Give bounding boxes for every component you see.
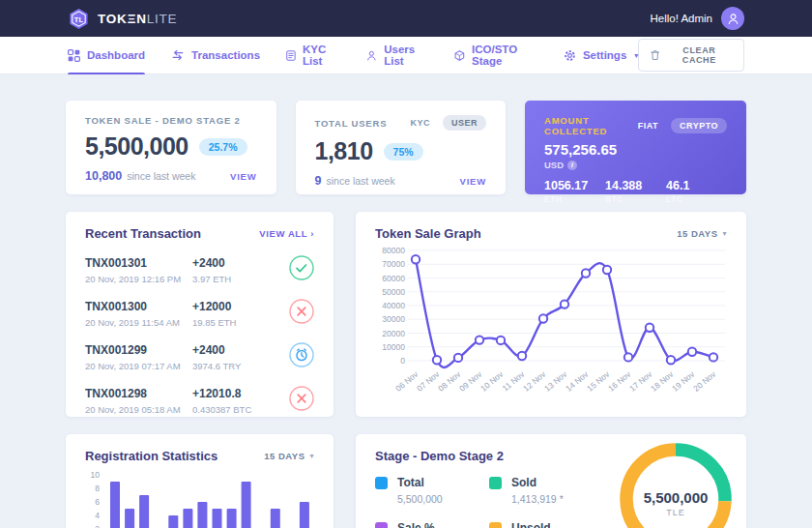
- tx-converted: 19.85 ETH: [192, 317, 285, 328]
- info-icon[interactable]: i: [567, 161, 577, 170]
- delta-caption: since last week: [127, 170, 195, 182]
- tx-id: TNX001301: [85, 256, 192, 270]
- legend-label: Sold: [511, 476, 564, 489]
- nav-item-ico-sto-stage[interactable]: ICO/STO Stage: [454, 37, 537, 74]
- legend-item-unsold: Unsold 4,086,082: [489, 521, 603, 528]
- brand-logo[interactable]: TL TOKΞNLITE: [68, 8, 177, 30]
- svg-text:18 Nov: 18 Nov: [649, 368, 676, 393]
- coin-unit: ETH: [544, 194, 605, 204]
- tx-status-icon[interactable]: [289, 342, 314, 371]
- svg-text:30000: 30000: [382, 314, 405, 324]
- svg-text:10000: 10000: [382, 342, 405, 352]
- document-list-icon: [286, 49, 296, 62]
- tx-date: 20 Nov, 2019 07:17 AM: [85, 361, 192, 371]
- recent-transactions-panel: Recent Transaction VIEW ALL › TNX001301 …: [66, 212, 334, 417]
- card-title: TOKEN SALE - DEMO STAGE 2: [85, 115, 241, 126]
- period-label: 15 DAYS: [264, 451, 304, 461]
- tx-amount: +2400: [192, 256, 285, 270]
- chevron-down-icon: ▾: [309, 452, 314, 460]
- nav-item-settings[interactable]: Settings ▾: [564, 37, 638, 74]
- svg-text:TL: TL: [74, 15, 84, 23]
- nav-label: Transactions: [191, 49, 260, 61]
- view-link[interactable]: VIEW: [230, 171, 256, 182]
- user-avatar[interactable]: [721, 7, 744, 30]
- svg-text:12 Nov: 12 Nov: [521, 368, 548, 393]
- panel-title: Recent Transaction: [85, 226, 201, 241]
- tx-status-icon[interactable]: [289, 386, 314, 415]
- legend-item-sold: Sold 1,413,919 *: [489, 476, 603, 505]
- period-label: 15 DAYS: [677, 228, 717, 239]
- svg-text:10 Nov: 10 Nov: [478, 368, 506, 393]
- legend-swatch: [489, 522, 502, 528]
- period-dropdown[interactable]: 15 DAYS ▾: [264, 451, 314, 461]
- legend-item-sale-pct: Sale % 25.7% Sold: [375, 521, 489, 528]
- svg-text:0: 0: [400, 356, 405, 366]
- legend-item-total: Total 5,500,000: [375, 476, 489, 505]
- clear-cache-button[interactable]: CLEAR CACHE: [638, 39, 744, 72]
- tx-status-icon[interactable]: [289, 299, 314, 328]
- svg-text:17 Nov: 17 Nov: [627, 368, 654, 393]
- svg-text:20000: 20000: [382, 329, 405, 338]
- coin-amount: 1056.17: [544, 179, 605, 192]
- kyc-tab[interactable]: KYC: [401, 115, 439, 131]
- tx-status-icon[interactable]: [289, 255, 314, 284]
- token-sale-value: 5,500,000: [85, 132, 188, 161]
- transaction-row[interactable]: TNX001300 20 Nov, 2019 11:54 AM +12000 1…: [85, 299, 314, 328]
- svg-text:8: 8: [95, 484, 100, 493]
- delta-caption: since last week: [326, 175, 394, 187]
- nav-item-dashboard[interactable]: Dashboard: [68, 37, 145, 74]
- swap-arrows-icon: [171, 49, 185, 61]
- coin-amount: 14.388: [605, 179, 666, 192]
- panel-title: Registration Statistics: [85, 449, 218, 463]
- amount-value: 575,256.65: [544, 141, 727, 158]
- nav-label: Dashboard: [87, 49, 145, 61]
- legend-swatch: [489, 477, 502, 489]
- token-sale-delta: 10,800: [85, 169, 122, 183]
- svg-text:14 Nov: 14 Nov: [564, 368, 591, 393]
- tokenlite-logo-icon: TL: [68, 8, 90, 30]
- tx-converted: 3.97 ETH: [192, 274, 285, 284]
- clear-cache-label: CLEAR CACHE: [667, 45, 732, 65]
- svg-text:15 Nov: 15 Nov: [585, 368, 612, 393]
- view-link[interactable]: VIEW: [460, 176, 486, 187]
- nav-item-users-list[interactable]: Users List: [366, 37, 428, 74]
- gear-icon: [564, 49, 576, 62]
- nav-label: Settings: [583, 49, 626, 61]
- stage-donut-chart: 5,500,000TLE: [619, 442, 733, 528]
- greeting-text: Hello! Admin: [650, 13, 712, 24]
- svg-text:40000: 40000: [382, 301, 405, 310]
- svg-text:16 Nov: 16 Nov: [606, 368, 633, 393]
- chevron-down-icon: ▾: [722, 229, 727, 238]
- dashboard-grid-icon: [68, 49, 80, 62]
- card-title: AMOUNT COLLECTED: [544, 115, 629, 136]
- trash-icon: [651, 49, 659, 61]
- nav-label: KYC List: [303, 44, 341, 67]
- panel-title: Token Sale Graph: [375, 226, 481, 241]
- period-dropdown[interactable]: 15 DAYS ▾: [677, 228, 727, 239]
- nav-label: ICO/STO Stage: [472, 44, 537, 67]
- chevron-down-icon: ▾: [634, 51, 638, 60]
- amount-collected-card: AMOUNT COLLECTED FIAT CRYPTO 575,256.65 …: [525, 101, 746, 194]
- nav-item-kyc-list[interactable]: KYC List: [286, 37, 340, 74]
- nav-item-transactions[interactable]: Transactions: [171, 37, 260, 74]
- legend-swatch: [375, 522, 388, 528]
- tx-date: 20 Nov, 2019 05:18 AM: [85, 404, 192, 415]
- stage-panel: Stage - Demo Stage 2 Total 5,500,000 Sol…: [356, 434, 746, 528]
- svg-text:60000: 60000: [382, 274, 405, 283]
- transaction-row[interactable]: TNX001298 20 Nov, 2019 05:18 AM +12010.8…: [85, 386, 314, 415]
- coin-unit: BTC: [605, 194, 666, 204]
- transaction-row[interactable]: TNX001301 20 Nov, 2019 12:16 PM +2400 3.…: [85, 255, 314, 284]
- tx-id: TNX001298: [85, 387, 192, 400]
- fiat-tab[interactable]: FIAT: [629, 118, 667, 133]
- dashboard-content: TOKEN SALE - DEMO STAGE 2 5,500,000 25.7…: [0, 74, 812, 528]
- svg-text:80000: 80000: [382, 247, 405, 255]
- coin-ltc: 46.1 LTC: [666, 179, 727, 204]
- user-tab[interactable]: USER: [443, 115, 486, 131]
- view-all-link[interactable]: VIEW ALL ›: [259, 228, 314, 239]
- svg-text:10: 10: [91, 470, 101, 480]
- card-title: TOTAL USERS: [315, 118, 388, 129]
- crypto-tab[interactable]: CRYPTO: [671, 118, 727, 133]
- cube-icon: [454, 49, 465, 62]
- transaction-row[interactable]: TNX001299 20 Nov, 2019 07:17 AM +2400 39…: [85, 342, 314, 371]
- svg-text:13 Nov: 13 Nov: [542, 368, 569, 393]
